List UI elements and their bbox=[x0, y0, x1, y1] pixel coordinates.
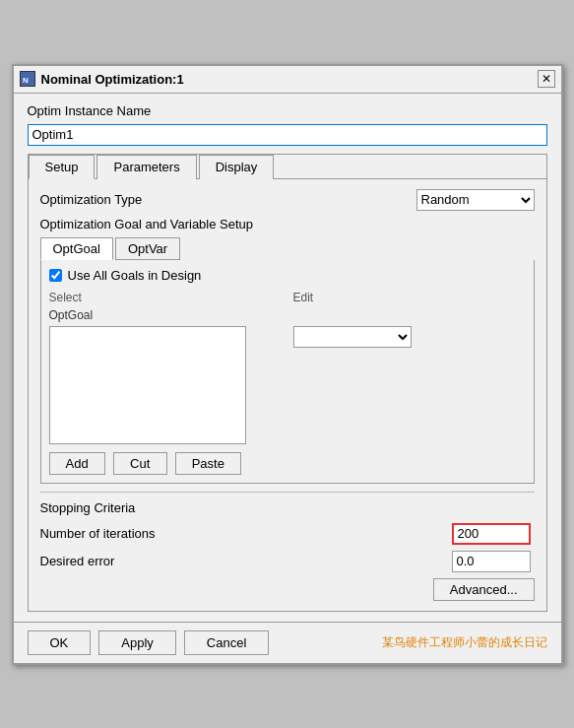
desired-error-input[interactable] bbox=[452, 551, 531, 572]
paste-button[interactable]: Paste bbox=[175, 452, 241, 475]
title-bar-left: N Nominal Optimization:1 bbox=[20, 71, 184, 87]
optimization-type-row: Optimization Type Random Gradient Geneti… bbox=[40, 189, 535, 211]
inner-tab-content: Use All Goals in Design Select OptGoal E… bbox=[40, 260, 535, 484]
select-column: Select OptGoal bbox=[49, 291, 282, 444]
optgoal-listbox[interactable] bbox=[49, 326, 246, 444]
svg-text:N: N bbox=[23, 76, 29, 85]
select-label: Select bbox=[49, 291, 282, 304]
add-button[interactable]: Add bbox=[49, 452, 105, 475]
action-buttons-row: Add Cut Paste bbox=[49, 452, 526, 475]
use-all-goals-label: Use All Goals in Design bbox=[68, 268, 202, 283]
window-title: Nominal Optimization:1 bbox=[41, 72, 184, 87]
watermark: 某鸟硬件工程师小蕾的成长日记 bbox=[382, 634, 547, 651]
setup-tab-content: Optimization Type Random Gradient Geneti… bbox=[29, 179, 546, 611]
instance-name-input[interactable] bbox=[28, 124, 547, 146]
use-all-goals-checkbox[interactable] bbox=[49, 269, 62, 282]
divider bbox=[40, 492, 535, 493]
iterations-row: Number of iterations bbox=[40, 523, 535, 545]
instance-name-row: Optim Instance Name bbox=[28, 103, 547, 118]
window-icon: N bbox=[20, 71, 35, 87]
goal-section: Optimization Goal and Variable Setup Opt… bbox=[40, 217, 535, 484]
use-all-goals-row: Use All Goals in Design bbox=[49, 268, 526, 283]
desired-error-row: Desired error bbox=[40, 551, 535, 572]
stopping-criteria-label: Stopping Criteria bbox=[40, 500, 535, 515]
instance-name-label: Optim Instance Name bbox=[28, 103, 152, 118]
iterations-label: Number of iterations bbox=[40, 526, 156, 541]
inner-tab-optvar[interactable]: OptVar bbox=[115, 237, 180, 260]
desired-error-label: Desired error bbox=[40, 554, 115, 568]
main-tabs-container: Setup Parameters Display Optimization Ty… bbox=[28, 154, 547, 612]
edit-column: Edit bbox=[293, 291, 526, 444]
ok-button[interactable]: OK bbox=[28, 630, 92, 655]
tab-parameters[interactable]: Parameters bbox=[96, 155, 196, 179]
title-bar: N Nominal Optimization:1 ✕ bbox=[14, 66, 561, 94]
bottom-bar: OK Apply Cancel 某鸟硬件工程师小蕾的成长日记 bbox=[14, 622, 561, 663]
inner-tab-optgoal[interactable]: OptGoal bbox=[40, 237, 113, 260]
optimization-type-label: Optimization Type bbox=[40, 192, 409, 207]
advanced-button[interactable]: Advanced... bbox=[433, 578, 535, 601]
optgoal-sublabel: OptGoal bbox=[49, 308, 282, 322]
tab-setup[interactable]: Setup bbox=[29, 155, 96, 179]
edit-dropdown[interactable] bbox=[293, 326, 412, 348]
tab-display[interactable]: Display bbox=[199, 155, 275, 179]
apply-button[interactable]: Apply bbox=[98, 630, 176, 655]
main-window: N Nominal Optimization:1 ✕ Optim Instanc… bbox=[12, 64, 563, 665]
advanced-btn-row: Advanced... bbox=[40, 578, 535, 601]
cut-button[interactable]: Cut bbox=[113, 452, 167, 475]
stopping-criteria-section: Stopping Criteria Number of iterations D… bbox=[40, 500, 535, 601]
inner-tabs: OptGoal OptVar bbox=[40, 237, 535, 260]
iterations-input[interactable] bbox=[452, 523, 531, 545]
window-body: Optim Instance Name Setup Parameters Dis… bbox=[14, 94, 561, 622]
select-edit-columns: Select OptGoal Edit bbox=[49, 291, 526, 444]
goal-section-label: Optimization Goal and Variable Setup bbox=[40, 217, 535, 232]
cancel-button[interactable]: Cancel bbox=[184, 630, 269, 655]
edit-label: Edit bbox=[293, 291, 526, 304]
main-tab-row: Setup Parameters Display bbox=[29, 155, 546, 179]
close-button[interactable]: ✕ bbox=[538, 70, 555, 88]
optimization-type-select[interactable]: Random Gradient Genetic bbox=[416, 189, 535, 211]
